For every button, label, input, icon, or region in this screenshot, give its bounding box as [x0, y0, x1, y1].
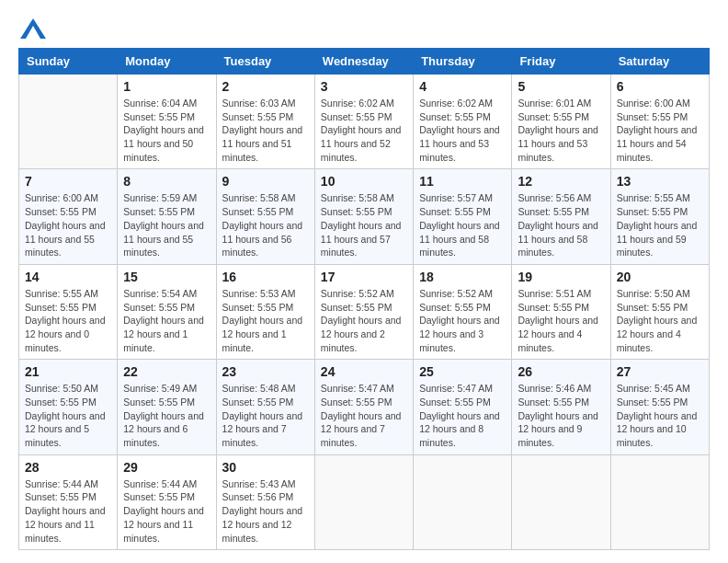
day-info: Sunrise: 5:44 AM Sunset: 5:55 PM Dayligh… — [123, 477, 210, 545]
day-info: Sunrise: 5:58 AM Sunset: 5:55 PM Dayligh… — [321, 191, 407, 259]
day-of-week-header: Wednesday — [314, 49, 413, 75]
day-info: Sunrise: 5:52 AM Sunset: 5:55 PM Dayligh… — [419, 287, 506, 354]
day-info: Sunrise: 5:56 AM Sunset: 5:55 PM Dayligh… — [518, 191, 604, 259]
day-info: Sunrise: 5:57 AM Sunset: 5:55 PM Dayligh… — [419, 191, 506, 259]
calendar-day-cell: 5 Sunrise: 6:01 AM Sunset: 5:55 PM Dayli… — [512, 75, 610, 169]
calendar-day-cell: 13 Sunrise: 5:55 AM Sunset: 5:55 PM Dayl… — [610, 169, 709, 264]
page-header — [18, 18, 710, 39]
day-number: 13 — [617, 174, 703, 189]
day-number: 1 — [123, 79, 210, 94]
day-info: Sunrise: 6:02 AM Sunset: 5:55 PM Dayligh… — [321, 97, 407, 164]
day-of-week-header: Saturday — [610, 49, 709, 75]
day-number: 16 — [222, 270, 309, 284]
day-info: Sunrise: 5:51 AM Sunset: 5:55 PM Dayligh… — [518, 287, 604, 354]
calendar-day-cell: 10 Sunrise: 5:58 AM Sunset: 5:55 PM Dayl… — [314, 169, 413, 264]
day-info: Sunrise: 5:47 AM Sunset: 5:55 PM Dayligh… — [321, 382, 407, 449]
calendar-day-cell: 21 Sunrise: 5:50 AM Sunset: 5:55 PM Dayl… — [19, 360, 118, 454]
calendar-day-cell: 4 Sunrise: 6:02 AM Sunset: 5:55 PM Dayli… — [414, 75, 512, 169]
calendar-day-cell: 26 Sunrise: 5:46 AM Sunset: 5:55 PM Dayl… — [512, 360, 610, 454]
day-number: 28 — [25, 460, 111, 475]
day-number: 2 — [222, 79, 309, 94]
calendar-day-cell: 15 Sunrise: 5:54 AM Sunset: 5:55 PM Dayl… — [118, 264, 216, 359]
calendar-day-cell: 9 Sunrise: 5:58 AM Sunset: 5:55 PM Dayli… — [216, 169, 314, 264]
calendar-day-cell: 22 Sunrise: 5:49 AM Sunset: 5:55 PM Dayl… — [118, 360, 216, 454]
day-number: 29 — [123, 460, 210, 475]
calendar-table: SundayMondayTuesdayWednesdayThursdayFrid… — [18, 48, 710, 550]
calendar-day-cell: 11 Sunrise: 5:57 AM Sunset: 5:55 PM Dayl… — [414, 169, 512, 264]
day-number: 8 — [123, 174, 210, 189]
day-info: Sunrise: 5:49 AM Sunset: 5:55 PM Dayligh… — [123, 382, 210, 449]
calendar-day-cell: 27 Sunrise: 5:45 AM Sunset: 5:55 PM Dayl… — [610, 360, 709, 454]
day-info: Sunrise: 6:04 AM Sunset: 5:55 PM Dayligh… — [123, 97, 210, 164]
day-number: 5 — [518, 79, 604, 94]
day-number: 30 — [222, 460, 309, 475]
day-number: 12 — [518, 174, 604, 189]
day-number: 4 — [419, 79, 506, 94]
calendar-day-cell — [610, 454, 709, 549]
calendar-day-cell: 18 Sunrise: 5:52 AM Sunset: 5:55 PM Dayl… — [414, 264, 512, 359]
day-info: Sunrise: 5:58 AM Sunset: 5:55 PM Dayligh… — [222, 191, 309, 259]
day-info: Sunrise: 6:01 AM Sunset: 5:55 PM Dayligh… — [518, 97, 604, 164]
day-number: 24 — [321, 364, 407, 379]
calendar-day-cell: 20 Sunrise: 5:50 AM Sunset: 5:55 PM Dayl… — [610, 264, 709, 359]
day-info: Sunrise: 5:50 AM Sunset: 5:55 PM Dayligh… — [25, 382, 111, 449]
day-of-week-header: Sunday — [19, 49, 118, 75]
calendar-day-cell — [414, 454, 512, 549]
calendar-day-cell — [512, 454, 610, 549]
calendar-week-row: 28 Sunrise: 5:44 AM Sunset: 5:55 PM Dayl… — [19, 454, 710, 549]
calendar-day-cell — [19, 75, 118, 169]
day-number: 6 — [617, 79, 703, 94]
day-info: Sunrise: 5:53 AM Sunset: 5:55 PM Dayligh… — [222, 287, 309, 354]
day-info: Sunrise: 5:43 AM Sunset: 5:56 PM Dayligh… — [222, 477, 309, 545]
day-info: Sunrise: 5:46 AM Sunset: 5:55 PM Dayligh… — [518, 382, 604, 449]
calendar-week-row: 21 Sunrise: 5:50 AM Sunset: 5:55 PM Dayl… — [19, 360, 710, 454]
day-number: 22 — [123, 364, 210, 379]
calendar-day-cell: 25 Sunrise: 5:47 AM Sunset: 5:55 PM Dayl… — [414, 360, 512, 454]
logo — [18, 18, 48, 39]
calendar-day-cell: 2 Sunrise: 6:03 AM Sunset: 5:55 PM Dayli… — [216, 75, 314, 169]
day-number: 18 — [419, 270, 506, 284]
day-info: Sunrise: 5:55 AM Sunset: 5:55 PM Dayligh… — [25, 287, 111, 354]
day-number: 27 — [617, 364, 703, 379]
day-info: Sunrise: 5:50 AM Sunset: 5:55 PM Dayligh… — [617, 287, 703, 354]
day-number: 9 — [222, 174, 309, 189]
calendar-day-cell: 1 Sunrise: 6:04 AM Sunset: 5:55 PM Dayli… — [118, 75, 216, 169]
calendar-day-cell — [314, 454, 413, 549]
day-info: Sunrise: 6:02 AM Sunset: 5:55 PM Dayligh… — [419, 97, 506, 164]
calendar-day-cell: 17 Sunrise: 5:52 AM Sunset: 5:55 PM Dayl… — [314, 264, 413, 359]
calendar-day-cell: 29 Sunrise: 5:44 AM Sunset: 5:55 PM Dayl… — [118, 454, 216, 549]
day-number: 11 — [419, 174, 506, 189]
day-number: 21 — [25, 364, 111, 379]
calendar-day-cell: 7 Sunrise: 6:00 AM Sunset: 5:55 PM Dayli… — [19, 169, 118, 264]
calendar-day-cell: 8 Sunrise: 5:59 AM Sunset: 5:55 PM Dayli… — [118, 169, 216, 264]
day-number: 19 — [518, 270, 604, 284]
calendar-day-cell: 14 Sunrise: 5:55 AM Sunset: 5:55 PM Dayl… — [19, 264, 118, 359]
day-number: 3 — [321, 79, 407, 94]
day-info: Sunrise: 6:00 AM Sunset: 5:55 PM Dayligh… — [25, 191, 111, 259]
calendar-week-row: 7 Sunrise: 6:00 AM Sunset: 5:55 PM Dayli… — [19, 169, 710, 264]
day-info: Sunrise: 6:00 AM Sunset: 5:55 PM Dayligh… — [617, 97, 703, 164]
day-of-week-header: Friday — [512, 49, 610, 75]
day-info: Sunrise: 6:03 AM Sunset: 5:55 PM Dayligh… — [222, 97, 309, 164]
day-number: 7 — [25, 174, 111, 189]
day-info: Sunrise: 5:45 AM Sunset: 5:55 PM Dayligh… — [617, 382, 703, 449]
logo-icon — [20, 18, 46, 39]
day-number: 15 — [123, 270, 210, 284]
calendar-day-cell: 12 Sunrise: 5:56 AM Sunset: 5:55 PM Dayl… — [512, 169, 610, 264]
day-number: 17 — [321, 270, 407, 284]
day-of-week-header: Thursday — [414, 49, 512, 75]
day-of-week-header: Monday — [118, 49, 216, 75]
day-info: Sunrise: 5:52 AM Sunset: 5:55 PM Dayligh… — [321, 287, 407, 354]
day-info: Sunrise: 5:47 AM Sunset: 5:55 PM Dayligh… — [419, 382, 506, 449]
day-info: Sunrise: 5:54 AM Sunset: 5:55 PM Dayligh… — [123, 287, 210, 354]
calendar-day-cell: 23 Sunrise: 5:48 AM Sunset: 5:55 PM Dayl… — [216, 360, 314, 454]
calendar-week-row: 1 Sunrise: 6:04 AM Sunset: 5:55 PM Dayli… — [19, 75, 710, 169]
calendar-day-cell: 24 Sunrise: 5:47 AM Sunset: 5:55 PM Dayl… — [314, 360, 413, 454]
calendar-week-row: 14 Sunrise: 5:55 AM Sunset: 5:55 PM Dayl… — [19, 264, 710, 359]
calendar-day-cell: 16 Sunrise: 5:53 AM Sunset: 5:55 PM Dayl… — [216, 264, 314, 359]
day-number: 10 — [321, 174, 407, 189]
day-number: 20 — [617, 270, 703, 284]
day-number: 25 — [419, 364, 506, 379]
day-number: 26 — [518, 364, 604, 379]
calendar-day-cell: 30 Sunrise: 5:43 AM Sunset: 5:56 PM Dayl… — [216, 454, 314, 549]
